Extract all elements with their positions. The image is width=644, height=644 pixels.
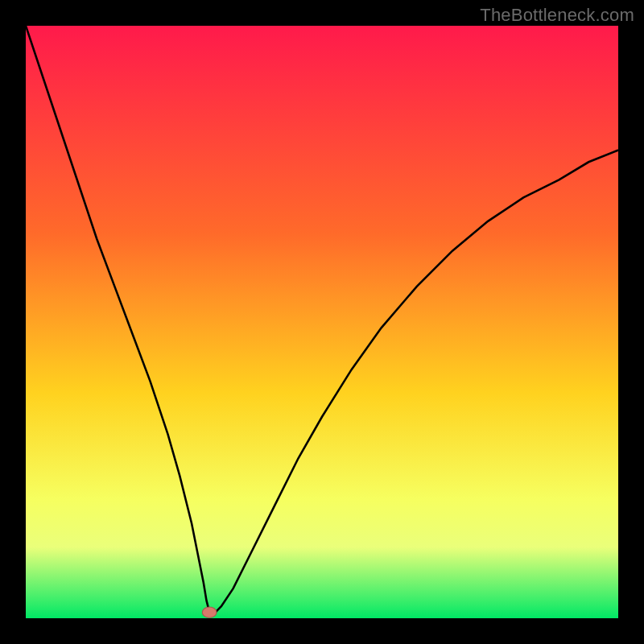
bottleneck-chart — [26, 26, 618, 618]
chart-container: TheBottleneck.com — [0, 0, 644, 644]
watermark-text: TheBottleneck.com — [480, 5, 634, 26]
gradient-background — [26, 26, 618, 618]
optimum-marker — [202, 607, 217, 617]
